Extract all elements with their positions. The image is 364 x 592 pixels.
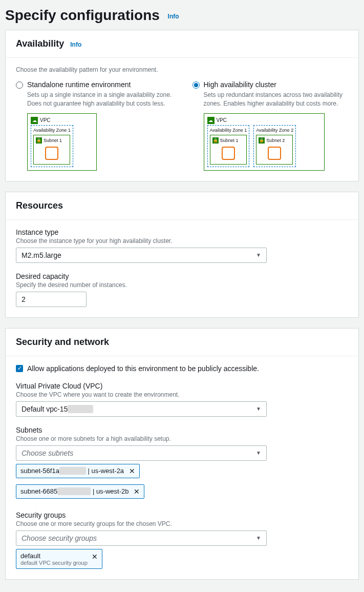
diagram-standalone: ☁VPC Availability Zone 1 🔒Subnet 1: [27, 113, 172, 171]
radio-ha-desc: Sets up redundant instances across two a…: [204, 91, 349, 108]
chevron-down-icon: ▼: [256, 406, 261, 412]
public-access-checkbox[interactable]: ✓: [16, 365, 23, 372]
close-icon[interactable]: ✕: [92, 553, 98, 561]
instance-type-hint: Choose the instance type for your high a…: [16, 237, 348, 244]
instance-type-value: M2.m5.large: [22, 251, 61, 259]
subnet-token: subnet-6685xxxxxxxxxx | us-west-2b ✕: [16, 484, 144, 499]
chevron-down-icon: ▼: [256, 450, 261, 456]
desired-capacity-hint: Specify the desired number of instances.: [16, 281, 348, 289]
subnet-token: subnet-56f1axxxxxxxx | us-west-2a ✕: [16, 464, 140, 478]
instance-type-label: Instance type: [16, 228, 348, 236]
wizard-footer: Cancel Previous Next: [5, 590, 359, 592]
desired-capacity-input[interactable]: 2: [16, 292, 87, 307]
availability-hint: Choose the availability pattern for your…: [16, 66, 348, 73]
security-groups-select[interactable]: Choose security groups ▼: [16, 530, 267, 546]
security-title: Security and network: [16, 337, 109, 347]
lock-icon: 🔒: [259, 137, 265, 144]
vpc-label: Virtual Private Cloud (VPC): [16, 382, 348, 390]
instance-icon: [222, 147, 235, 160]
availability-title: Availability: [16, 38, 64, 49]
page-title-text: Specify configurations: [5, 7, 160, 23]
subnets-hint: Choose one or more subnets for a high av…: [16, 435, 348, 442]
public-access-checkbox-row[interactable]: ✓ Allow applications deployed to this en…: [16, 364, 348, 373]
radio-option-standalone[interactable]: Standalone runtime environment Sets up a…: [16, 80, 172, 171]
subnets-select[interactable]: Choose subnets ▼: [16, 445, 267, 461]
radio-ha[interactable]: [192, 81, 200, 89]
cloud-icon: ☁: [31, 117, 38, 124]
lock-icon: 🔒: [212, 137, 219, 144]
radio-ha-label: High availability cluster: [204, 80, 276, 89]
availability-info-link[interactable]: Info: [70, 41, 81, 48]
cloud-icon: ☁: [207, 117, 215, 124]
resources-panel: Resources Instance type Choose the insta…: [5, 192, 359, 318]
diagram-ha: ☁VPC Availability Zone 1 🔒Subnet 1 Avail…: [204, 113, 349, 171]
page-info-link[interactable]: Info: [168, 13, 179, 20]
availability-panel: Availability Info Choose the availabilit…: [5, 30, 359, 181]
chevron-down-icon: ▼: [256, 535, 261, 541]
security-groups-hint: Choose one or more security groups for t…: [16, 520, 348, 527]
availability-header: Availability Info: [6, 30, 358, 58]
instance-icon: [45, 147, 58, 160]
vpc-select[interactable]: Default vpc-15xxxxxx ▼: [16, 401, 267, 417]
instance-icon: [268, 147, 281, 160]
radio-standalone[interactable]: [16, 81, 23, 89]
vpc-hint: Choose the VPC where you want to create …: [16, 391, 348, 398]
radio-standalone-desc: Sets up a single instance in a single av…: [27, 91, 172, 108]
desired-capacity-label: Desired capacity: [16, 272, 348, 280]
security-panel: Security and network ✓ Allow application…: [5, 328, 359, 580]
chevron-down-icon: ▼: [256, 252, 261, 258]
lock-icon: 🔒: [36, 137, 42, 144]
instance-type-select[interactable]: M2.m5.large ▼: [16, 248, 267, 263]
security-group-token: default default VPC security group ✕: [16, 549, 102, 569]
close-icon[interactable]: ✕: [134, 487, 140, 496]
security-groups-placeholder: Choose security groups: [22, 534, 97, 542]
page-title: Specify configurations Info: [5, 7, 359, 24]
radio-standalone-label: Standalone runtime environment: [27, 80, 131, 89]
radio-option-ha[interactable]: High availability cluster Sets up redund…: [192, 80, 349, 171]
public-access-label: Allow applications deployed to this envi…: [27, 364, 259, 373]
subnets-placeholder: Choose subnets: [22, 449, 73, 457]
subnets-label: Subnets: [16, 426, 348, 434]
security-groups-label: Security groups: [16, 511, 348, 519]
resources-title: Resources: [16, 200, 63, 211]
close-icon[interactable]: ✕: [129, 467, 135, 475]
vpc-value: Default vpc-15xxxxxx: [22, 405, 93, 413]
